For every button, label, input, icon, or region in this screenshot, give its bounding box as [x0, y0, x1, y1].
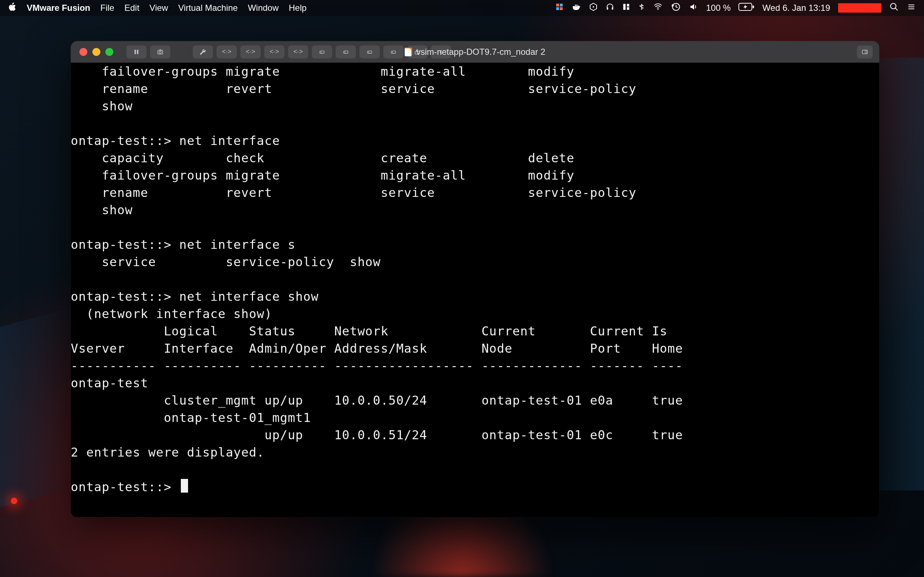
toolbar-net-2[interactable]: <·> — [241, 45, 261, 58]
svg-rect-2 — [556, 7, 559, 10]
toolbar-disk-2[interactable] — [336, 45, 356, 58]
term-line: rename revert service service-policy — [71, 185, 636, 200]
svg-rect-21 — [344, 51, 348, 53]
headphones-icon[interactable] — [606, 3, 614, 13]
window-title: vsim-netapp-DOT9.7-cm_nodar 2 — [416, 47, 545, 57]
window-titlebar[interactable]: <·> <·> <·> <·> vsim-netapp-DOT9.7-cm_no… — [71, 41, 879, 63]
window-minimize-button[interactable] — [92, 48, 100, 56]
menubar-clock[interactable]: Wed 6. Jan 13:19 — [762, 3, 830, 13]
svg-rect-19 — [320, 51, 324, 53]
menubar-user-redacted — [838, 3, 881, 13]
term-line: capacity check create delete — [71, 151, 575, 165]
window-close-button[interactable] — [79, 48, 87, 56]
volume-icon[interactable] — [689, 3, 698, 13]
svg-rect-25 — [391, 51, 396, 53]
menu-window[interactable]: Window — [248, 3, 279, 13]
window-doc-icon — [405, 48, 412, 56]
toolbar-fullscreen-button[interactable] — [857, 45, 873, 58]
svg-rect-0 — [556, 3, 559, 6]
table-row: ontap-test-01_mgmt1 — [71, 410, 311, 425]
svg-point-14 — [890, 3, 896, 9]
window-traffic-lights — [79, 48, 113, 56]
table-header: Vserver Interface Admin/Oper Address/Mas… — [71, 341, 683, 356]
term-prompt-active: ontap-test::> — [71, 480, 179, 494]
timemachine-icon[interactable] — [671, 2, 681, 14]
toolbar-net-3[interactable]: <·> — [264, 45, 284, 58]
wifi-icon[interactable] — [653, 3, 663, 13]
toolbar-disk-3[interactable] — [360, 45, 380, 58]
toolbar-pause-button[interactable] — [126, 45, 147, 58]
control-center-icon[interactable] — [907, 3, 916, 13]
window-zoom-button[interactable] — [105, 48, 113, 56]
toolbar-wrench-button[interactable] — [193, 45, 213, 58]
svg-point-24 — [368, 52, 369, 52]
vm-console-terminal[interactable]: failover-groups migrate migrate-all modi… — [71, 63, 879, 517]
table-row: up/up 10.0.0.51/24 ontap-test-01 e0c tru… — [71, 428, 683, 442]
menu-view[interactable]: View — [149, 3, 168, 13]
status-icon-1[interactable] — [555, 3, 564, 13]
apple-menu[interactable] — [8, 2, 16, 14]
term-prompt: ontap-test::> net interface — [71, 134, 280, 148]
svg-rect-8 — [627, 4, 629, 6]
grid-icon[interactable] — [622, 3, 630, 13]
term-line: rename revert service service-policy — [71, 82, 636, 96]
term-prompt: ontap-test::> net interface s — [71, 237, 296, 252]
hex-icon[interactable] — [589, 3, 598, 13]
svg-point-22 — [345, 52, 345, 52]
term-prompt: ontap-test::> net interface show — [71, 289, 319, 304]
toolbar-net-4[interactable]: <·> — [288, 45, 308, 58]
battery-icon[interactable] — [738, 3, 754, 13]
svg-point-20 — [321, 52, 321, 52]
docker-icon[interactable] — [572, 3, 581, 13]
table-vserver: ontap-test — [71, 376, 149, 390]
svg-point-4 — [593, 6, 594, 8]
toolbar-disk-4[interactable] — [383, 45, 404, 58]
table-row: cluster_mgmt up/up 10.0.0.50/24 ontap-te… — [71, 393, 683, 408]
svg-rect-9 — [627, 7, 629, 10]
svg-rect-7 — [624, 4, 625, 10]
term-line: show — [71, 203, 133, 217]
svg-rect-29 — [865, 50, 867, 54]
toolbar-disk-1[interactable] — [312, 45, 332, 58]
svg-point-10 — [657, 9, 659, 10]
svg-rect-6 — [612, 7, 613, 10]
table-header: Logical Status Network Current Current I… — [71, 324, 667, 338]
svg-rect-5 — [607, 7, 608, 10]
macos-menubar: VMware Fusion File Edit View Virtual Mac… — [0, 0, 924, 16]
menu-edit[interactable]: Edit — [124, 3, 139, 13]
term-footer: 2 entries were displayed. — [71, 445, 265, 459]
spotlight-icon[interactable] — [889, 2, 899, 14]
term-line: show — [71, 99, 133, 113]
menubar-app-name[interactable]: VMware Fusion — [27, 3, 90, 13]
menu-file[interactable]: File — [100, 3, 115, 13]
term-line: failover-groups migrate migrate-all modi… — [71, 64, 575, 79]
menu-help[interactable]: Help — [289, 3, 307, 13]
table-divider: ----------- ---------- ---------- ------… — [71, 358, 683, 373]
vmware-window: <·> <·> <·> <·> vsim-netapp-DOT9.7-cm_no… — [71, 41, 879, 517]
bluetooth-icon[interactable] — [638, 2, 645, 14]
svg-rect-23 — [367, 51, 372, 53]
svg-rect-1 — [560, 3, 563, 6]
term-line: service service-policy show — [71, 255, 381, 269]
svg-rect-15 — [135, 50, 136, 54]
svg-point-18 — [159, 51, 162, 53]
term-line: failover-groups migrate migrate-all modi… — [71, 168, 575, 182]
menu-virtual-machine[interactable]: Virtual Machine — [178, 3, 238, 13]
svg-rect-3 — [560, 7, 563, 10]
term-line: (network interface show) — [71, 306, 272, 321]
terminal-cursor — [181, 479, 188, 493]
battery-text: 100 % — [706, 3, 730, 13]
svg-rect-16 — [137, 50, 139, 54]
toolbar-net-1[interactable]: <·> — [216, 45, 237, 58]
toolbar-snapshot-button[interactable] — [150, 45, 170, 58]
svg-rect-13 — [753, 5, 754, 8]
